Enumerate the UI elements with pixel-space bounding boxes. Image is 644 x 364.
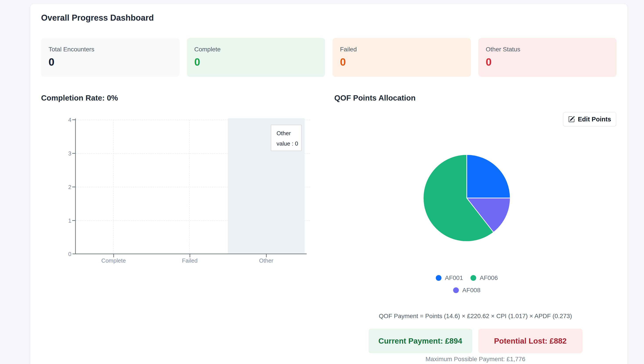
stat-label: Complete: [194, 46, 318, 53]
stat-label: Total Encounters: [49, 46, 172, 53]
tooltip-value: value : 0: [277, 140, 299, 147]
stat-value: 0: [486, 56, 609, 68]
chart-tooltip: Other value : 0: [271, 125, 302, 151]
max-payment-text: Maximum Possible Payment: £1,776: [334, 356, 616, 363]
legend-item-af008: AF008: [453, 287, 481, 294]
x-axis-tick: [113, 254, 114, 257]
stat-card-other-status: Other Status 0: [478, 38, 617, 77]
x-axis-label: Complete: [81, 257, 147, 264]
edit-pencil-square-icon: [568, 116, 575, 122]
payment-summary-row: Current Payment: £894 Potential Lost: £8…: [334, 329, 616, 353]
legend-label: AF001: [445, 274, 463, 282]
page-title: Overall Progress Dashboard: [41, 13, 154, 22]
stat-label: Other Status: [486, 46, 609, 53]
qof-pie-chart: [423, 154, 511, 242]
stat-card-failed: Failed 0: [333, 38, 471, 77]
y-axis-tick: [72, 220, 75, 221]
pie-slice-af001[interactable]: [467, 154, 510, 198]
x-axis-label: Failed: [157, 257, 223, 264]
stat-value: 0: [340, 56, 463, 68]
stat-value: 0: [49, 56, 172, 68]
stats-row: Total Encounters 0 Complete 0 Failed 0 O…: [41, 38, 616, 77]
y-axis-label: 4: [53, 116, 71, 124]
legend-item-af006: AF006: [470, 274, 498, 282]
dashboard-page: Overall Progress Dashboard Total Encount…: [0, 0, 644, 364]
qof-points-heading: QOF Points Allocation: [334, 94, 416, 102]
legend-dot-icon: [436, 275, 441, 281]
y-axis-tick: [72, 120, 75, 120]
legend-label: AF006: [480, 274, 498, 282]
y-axis-tick: [72, 186, 75, 187]
legend-dot-icon: [470, 275, 476, 281]
pie-legend: AF001 AF006 AF008: [334, 274, 599, 294]
stat-card-complete: Complete 0: [187, 38, 325, 77]
stat-card-total-encounters: Total Encounters 0: [41, 38, 180, 77]
stat-value: 0: [194, 56, 318, 68]
potential-lost-box: Potential Lost: £882: [478, 329, 582, 353]
x-axis-tick: [266, 254, 267, 257]
completion-rate-heading: Completion Rate: 0%: [41, 94, 118, 102]
legend-label: AF008: [462, 287, 481, 294]
edit-points-button[interactable]: Edit Points: [563, 112, 616, 126]
qof-payment-formula: QOF Payment = Points (14.6) × £220.62 × …: [334, 313, 616, 320]
x-axis-tick: [190, 254, 190, 257]
current-payment-box: Current Payment: £894: [369, 329, 472, 353]
legend-dot-icon: [453, 288, 459, 293]
x-axis-label: Other: [233, 257, 299, 264]
y-axis-tick: [72, 153, 75, 154]
stat-label: Failed: [340, 46, 463, 53]
y-axis-label: 3: [53, 150, 71, 157]
y-axis-label: 0: [53, 250, 71, 258]
y-axis-line: [75, 118, 76, 254]
y-axis-label: 1: [53, 217, 71, 224]
edit-points-label: Edit Points: [578, 116, 611, 123]
legend-row: AF001 AF006: [436, 274, 498, 282]
legend-row: AF008: [453, 287, 481, 294]
legend-item-af001: AF001: [436, 274, 463, 282]
tooltip-title: Other: [277, 130, 299, 137]
y-axis-label: 2: [53, 183, 71, 191]
